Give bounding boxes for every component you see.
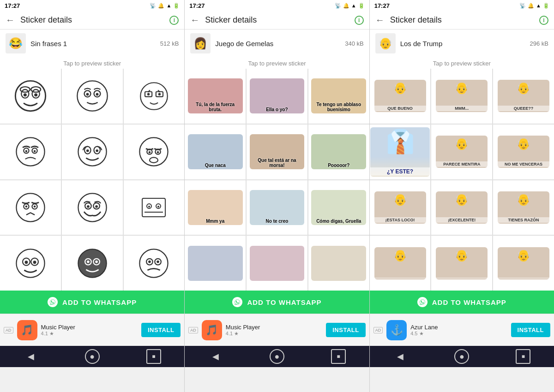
svg-point-44 — [95, 205, 98, 208]
status-time: 17:27 — [374, 2, 390, 9]
info-button[interactable]: i — [355, 16, 364, 25]
bottom-phone-2: AD 🎵 Music Player 4.1 ★ INSTALL ◀ ● ■ — [185, 314, 369, 392]
sticker-cell[interactable] — [62, 180, 123, 235]
sticker-cell[interactable] — [124, 125, 185, 179]
ad-app-rating: 4.5 ★ — [410, 331, 507, 337]
back-nav-button[interactable]: ◀ — [24, 349, 38, 364]
sticker-image: Mmm ya — [188, 190, 243, 225]
sticker-cell[interactable]: Tú, la de la fuerza bruta. — [185, 69, 246, 124]
info-button[interactable]: i — [169, 16, 179, 25]
sticker-cell[interactable] — [124, 69, 185, 124]
sticker-image: 👴 NO ME VENCERAS — [498, 136, 549, 168]
sticker-cell[interactable] — [0, 236, 61, 291]
sticker-cell[interactable] — [124, 236, 185, 291]
sticker-cell[interactable] — [0, 180, 61, 235]
sticker-image — [250, 246, 305, 281]
sticker-cell[interactable]: Pooooor? — [308, 125, 369, 179]
tap-preview-text: Tap to preview sticker — [185, 57, 369, 69]
sticker-cell[interactable] — [0, 69, 61, 124]
sticker-cell[interactable]: 👴 QUEEE?? — [493, 69, 554, 124]
back-nav-button[interactable]: ◀ — [208, 349, 223, 364]
sticker-cell[interactable]: 👴 QUE BUENO — [370, 69, 431, 124]
home-nav-button[interactable]: ● — [85, 349, 100, 364]
sticker-image — [62, 236, 123, 291]
add-to-whatsapp-button[interactable]: ADD TO WHATSAPP — [185, 291, 369, 314]
ad-app-emoji: 🎵 — [21, 324, 33, 336]
status-icons: 📡 🔔 ▲ 🔋 — [519, 3, 549, 9]
home-nav-button[interactable]: ● — [270, 349, 284, 364]
ad-app-info: Azur Lane 4.5 ★ — [410, 324, 507, 337]
back-nav-button[interactable]: ◀ — [393, 349, 408, 364]
tap-preview-text: Tap to preview sticker — [0, 57, 184, 69]
header: ← Sticker details i — [185, 11, 369, 30]
back-button[interactable]: ← — [375, 15, 385, 25]
sticker-cell[interactable]: 👴 PARECE MENTIRA — [431, 125, 492, 179]
sticker-image — [188, 246, 243, 281]
volume-icon: 🔔 — [343, 3, 349, 9]
phone-1: 17:27 📡 🔔 ▲ 🔋 ← Sticker details i 😂 Sin … — [0, 0, 185, 314]
sticker-cell[interactable] — [185, 236, 246, 291]
battery-icon: 🔋 — [543, 3, 549, 9]
add-to-whatsapp-button[interactable]: ADD TO WHATSAPP — [370, 291, 554, 314]
sticker-cell[interactable]: 👴 TIENES RAZÓN — [493, 180, 554, 235]
back-button[interactable]: ← — [6, 15, 15, 25]
sticker-cell[interactable]: 👴 NO ME VENCERAS — [493, 125, 554, 179]
svg-point-35 — [16, 193, 44, 221]
install-button[interactable]: INSTALL — [511, 323, 550, 337]
sticker-cell[interactable] — [62, 236, 123, 291]
sticker-cell[interactable]: 👔 ¿Y ESTE? — [370, 125, 431, 179]
add-to-whatsapp-button[interactable]: ADD TO WHATSAPP — [0, 291, 184, 314]
ad-app-name: Music Player — [41, 324, 138, 331]
sticker-cell[interactable]: Que tal está ar na morsa! — [247, 125, 307, 179]
sticker-pack-name: Sin frases 1 — [30, 40, 156, 48]
sticker-cell[interactable]: Cómo digas, Gruella — [308, 180, 369, 235]
recents-nav-button[interactable]: ■ — [516, 349, 530, 364]
sticker-cell[interactable]: 👴 ¡EXCELENTE! — [431, 180, 492, 235]
sticker-cell[interactable]: Que naca — [185, 125, 246, 179]
sticker-cell[interactable]: No te creo — [247, 180, 307, 235]
install-button[interactable]: INSTALL — [326, 323, 365, 337]
ad-app-rating: 4.1 ★ — [226, 331, 322, 337]
sticker-image: Que naca — [188, 134, 243, 169]
svg-point-19 — [16, 138, 44, 166]
svg-point-10 — [86, 93, 89, 96]
home-nav-button[interactable]: ● — [454, 349, 469, 364]
header-title: Sticker details — [20, 15, 164, 25]
sticker-cell[interactable]: Mmm ya — [185, 180, 246, 235]
recents-nav-button[interactable]: ■ — [331, 349, 346, 364]
install-button[interactable]: INSTALL — [141, 323, 181, 337]
sticker-cell[interactable] — [62, 69, 123, 124]
svg-point-33 — [157, 151, 159, 154]
sticker-image — [0, 236, 61, 291]
sticker-cell[interactable]: 👴 — [431, 236, 492, 291]
sticker-cell[interactable]: 👴 — [370, 236, 431, 291]
sticker-cell[interactable] — [62, 125, 123, 179]
sticker-cell[interactable]: 👴 — [493, 236, 554, 291]
back-button[interactable]: ← — [190, 15, 199, 25]
sticker-image — [124, 125, 185, 179]
svg-point-60 — [95, 260, 98, 263]
sticker-image: 👴 ¡ESTAS LOCO! — [374, 191, 426, 224]
sticker-cell[interactable] — [308, 236, 369, 291]
svg-point-11 — [96, 93, 98, 96]
ad-bar: AD 🎵 Music Player 4.1 ★ INSTALL — [0, 314, 184, 346]
svg-point-27 — [86, 149, 89, 152]
sticker-image: 👴 — [436, 247, 488, 279]
ad-tag: AD — [188, 327, 198, 333]
sticker-pack-name: Juego de Gemelas — [215, 40, 340, 48]
sticker-image: Que tal está ar na morsa! — [250, 134, 305, 169]
sticker-cell[interactable]: 👴 MMM... — [431, 69, 492, 124]
sticker-cell[interactable] — [124, 180, 185, 235]
sticker-cell[interactable] — [0, 125, 61, 179]
sticker-cell[interactable]: Te tengo un abblaso buenísimo — [308, 69, 369, 124]
svg-point-55 — [33, 261, 36, 264]
sticker-cell[interactable] — [247, 236, 307, 291]
sticker-cell[interactable]: 👴 ¡ESTAS LOCO! — [370, 180, 431, 235]
ad-app-emoji: ⚓ — [391, 324, 403, 336]
sticker-pack-thumb: 👴 — [375, 33, 396, 53]
svg-rect-45 — [142, 198, 165, 217]
sticker-cell[interactable]: Ella o yo? — [247, 69, 307, 124]
info-button[interactable]: i — [539, 16, 548, 25]
sticker-image — [0, 125, 61, 179]
recents-nav-button[interactable]: ■ — [146, 349, 161, 364]
